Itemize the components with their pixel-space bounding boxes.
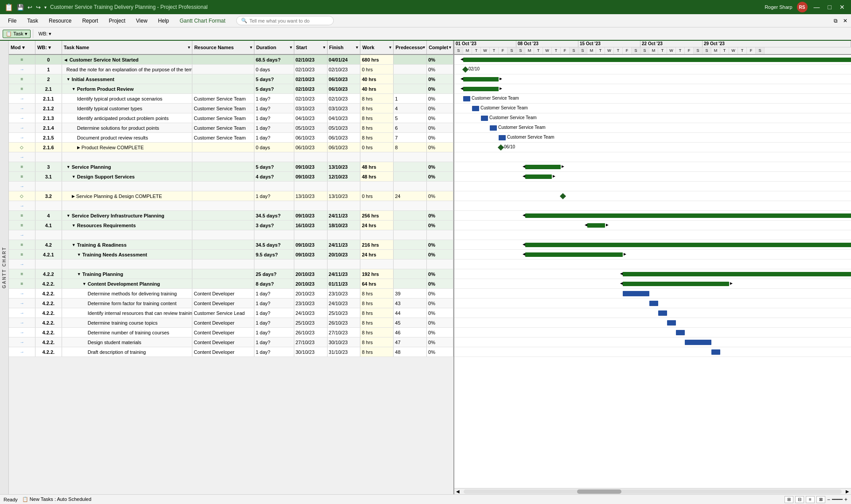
cell-start[interactable]: 09/10/23 [294,211,328,220]
cell-complete[interactable]: 0% [427,318,453,327]
cell-pred[interactable] [394,269,427,279]
cell-resnames[interactable] [192,172,254,181]
cell-pred[interactable] [394,201,427,210]
cell-taskname[interactable]: ▼Resources Requirements [62,221,192,230]
col-header-resnames[interactable]: Resource Names ▾ [192,41,254,54]
cell-resnames[interactable]: Customer Service Team [192,94,254,103]
table-row[interactable]: → 4.2.2. Determine methods for deliverin… [9,289,453,299]
close-ribbon-icon[interactable]: ✕ [843,18,847,24]
cell-start[interactable]: 26/10/23 [294,328,328,337]
expand-collapse-icon[interactable]: ▼ [66,213,70,218]
expand-collapse-icon[interactable]: ▼ [66,165,70,169]
cell-duration[interactable]: 5 days? [254,162,294,171]
cell-start[interactable]: 02/10/23 [294,84,328,93]
gantt-summary-bar[interactable] [525,174,552,179]
cell-work[interactable]: 24 hrs [360,221,394,230]
status-btn-2[interactable]: ⊟ [795,496,804,503]
maximize-button[interactable]: □ [826,4,833,11]
hscroll-thumb[interactable] [577,489,621,494]
cell-finish[interactable]: 04/01/24 [328,55,361,64]
cell-duration[interactable]: 1 day? [254,347,294,357]
cell-pred[interactable] [394,172,427,181]
cell-resnames[interactable]: Content Developer [192,289,254,298]
zoom-in-icon[interactable]: + [844,496,847,503]
cell-start[interactable]: 09/10/23 [294,162,328,171]
cell-pred[interactable] [394,152,427,162]
table-row[interactable]: → 2.1.2 Identify typical customer types … [9,104,453,113]
cell-taskname[interactable]: ▼Service Planning [62,162,192,171]
cell-duration[interactable]: 1 day? [254,299,294,308]
cell-work[interactable]: 8 hrs [360,133,394,142]
cell-work[interactable] [360,201,394,210]
cell-start[interactable] [294,230,328,240]
cell-start[interactable]: 20/10/23 [294,269,328,279]
cell-resnames[interactable]: Content Developer [192,318,254,327]
cell-resnames[interactable] [192,162,254,171]
cell-resnames[interactable] [192,201,254,210]
cell-work[interactable] [360,230,394,240]
cell-complete[interactable]: 0% [427,94,453,103]
cell-resnames[interactable]: Content Developer [192,347,254,357]
cell-resnames[interactable]: Content Developer [192,337,254,347]
cell-finish[interactable]: 24/11/23 [328,269,361,279]
table-row[interactable]: ≡ 3 ▼Service Planning 5 days? 09/10/23 1… [9,162,453,172]
col-header-finish[interactable]: Finish ▾ [328,41,361,54]
dropdown-icon[interactable]: ▾ [44,5,47,10]
gantt-task-bar[interactable] [481,116,488,121]
cell-pred[interactable]: 24 [394,191,427,201]
cell-start[interactable] [294,182,328,191]
status-btn-1[interactable]: ⊞ [785,496,793,503]
cell-work[interactable]: 8 hrs [360,318,394,327]
cell-pred[interactable] [394,260,427,269]
cell-pred[interactable]: 39 [394,289,427,298]
zoom-slider[interactable]: ━━━━ [832,497,843,502]
cell-pred[interactable] [394,55,427,64]
task-mode-button[interactable]: 📋 Task ▾ [3,30,31,38]
table-row[interactable]: → 2.1.1 Identify typical product usage s… [9,94,453,104]
cell-complete[interactable]: 0% [427,84,453,93]
table-row[interactable]: → 1 Read the note for an explanation of … [9,65,453,74]
cell-duration[interactable]: 1 day? [254,318,294,327]
cell-start[interactable]: 25/10/23 [294,318,328,327]
gantt-summary-bar[interactable] [623,272,851,276]
cell-duration[interactable]: 5 days? [254,84,294,93]
gantt-task-bar[interactable] [472,106,479,111]
cell-complete[interactable]: 0% [427,55,453,64]
cell-resnames[interactable] [192,279,254,288]
cell-complete[interactable]: 0% [427,308,453,318]
cell-finish[interactable]: 24/10/23 [328,299,361,308]
gantt-task-bar[interactable] [685,340,711,345]
cell-finish[interactable]: 30/10/23 [328,337,361,347]
cell-finish[interactable]: 24/11/23 [328,240,361,249]
table-row[interactable]: ≡ 4.2.1 ▼Training Needs Assessment 9.5 d… [9,250,453,260]
cell-work[interactable]: 256 hrs [360,211,394,220]
cell-finish[interactable]: 06/10/23 [328,133,361,142]
cell-start[interactable]: 13/10/23 [294,191,328,201]
cell-pred[interactable] [394,250,427,259]
menu-task[interactable]: Task [23,16,43,26]
col-header-mode[interactable]: Mod ▾ [9,41,35,54]
cell-resnames[interactable] [192,143,254,152]
task-dropdown-icon[interactable]: ▾ [25,31,27,37]
cell-work[interactable]: 48 hrs [360,162,394,171]
cell-complete[interactable]: 0% [427,269,453,279]
cell-pred[interactable]: 44 [394,308,427,318]
cell-start[interactable]: 27/10/23 [294,337,328,347]
gantt-summary-bar[interactable] [525,252,623,257]
cell-pred[interactable] [394,182,427,191]
cell-complete[interactable]: 0% [427,113,453,123]
cell-finish[interactable]: 05/10/23 [328,123,361,132]
menu-resource[interactable]: Resource [44,16,76,26]
cell-taskname[interactable]: ▶Service Planning & Design COMPLETE [62,191,192,201]
gantt-summary-bar[interactable] [463,87,499,91]
hscroll-track[interactable] [464,489,842,494]
status-btn-4[interactable]: ⊠ [816,496,825,503]
cell-start[interactable]: 09/10/23 [294,250,328,259]
cell-duration[interactable]: 1 day? [254,133,294,142]
cell-taskname[interactable]: Identify typical product usage scenarios [62,94,192,103]
cell-finish[interactable] [328,201,361,210]
cell-start[interactable]: 09/10/23 [294,172,328,181]
table-row[interactable]: ◇ 2.1.6 ▶Product Review COMPLETE 0 days … [9,143,453,152]
table-row[interactable]: → [9,182,453,191]
cell-work[interactable]: 0 hrs [360,191,394,201]
